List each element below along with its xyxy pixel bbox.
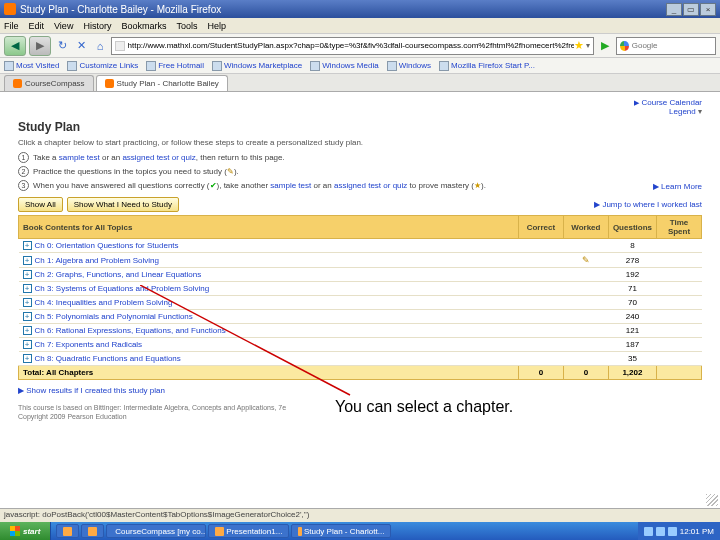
tab-studyplan[interactable]: Study Plan - Charlotte Bailey [96, 75, 228, 91]
chapter-link[interactable]: Ch 5: Polynomials and Polynomial Functio… [35, 312, 193, 321]
go-button[interactable]: ▶ [597, 38, 613, 54]
link-jump-last[interactable]: Jump to where I worked last [602, 200, 702, 209]
bm-most-visited[interactable]: Most Visited [4, 61, 59, 71]
menu-edit[interactable]: Edit [29, 21, 45, 31]
col-worked: Worked [563, 216, 608, 239]
link-learn-more[interactable]: Learn More [661, 182, 702, 191]
show-need-button[interactable]: Show What I Need to Study [67, 197, 179, 212]
menu-history[interactable]: History [83, 21, 111, 31]
tray-icon[interactable] [656, 527, 665, 536]
forward-button[interactable]: ▶ [29, 36, 51, 56]
bookmark-star-icon[interactable]: ★ [574, 39, 584, 52]
cell-worked [563, 324, 608, 338]
cell-worked [563, 282, 608, 296]
cell-worked [563, 296, 608, 310]
step-number-2: 2 [18, 166, 29, 177]
expand-icon[interactable]: + [23, 326, 32, 335]
chapter-link[interactable]: Ch 0: Orientation Questions for Students [35, 241, 179, 250]
intro-text: Click a chapter below to start practicin… [18, 138, 702, 147]
bookmarks-toolbar: Most Visited Customize Links Free Hotmai… [0, 58, 720, 74]
tray-icon[interactable] [668, 527, 677, 536]
expand-icon[interactable]: + [23, 312, 32, 321]
windows-logo-icon [10, 526, 20, 536]
chapter-link[interactable]: Ch 6: Rational Expressions, Equations, a… [35, 326, 226, 335]
maximize-button[interactable]: ▭ [683, 3, 699, 16]
bm-customize[interactable]: Customize Links [67, 61, 138, 71]
menu-bookmarks[interactable]: Bookmarks [121, 21, 166, 31]
tab-coursecompass[interactable]: CourseCompass [4, 75, 94, 91]
tab-icon [105, 79, 114, 88]
triangle-icon: ▶ [634, 99, 639, 106]
legend-dropdown-icon[interactable]: ▾ [698, 107, 702, 116]
menu-help[interactable]: Help [207, 21, 226, 31]
stop-button[interactable]: ✕ [73, 38, 89, 54]
task-coursecompass[interactable]: CourseCompass [my co... [106, 524, 206, 538]
menu-bar: File Edit View History Bookmarks Tools H… [0, 18, 720, 34]
link-show-results[interactable]: Show results if I created this study pla… [26, 386, 165, 395]
start-button[interactable]: start [0, 522, 51, 540]
chapter-link[interactable]: Ch 2: Graphs, Functions, and Linear Equa… [35, 270, 202, 279]
cell-questions: 192 [608, 268, 656, 282]
tray-icon[interactable] [644, 527, 653, 536]
resize-grip[interactable] [706, 494, 718, 506]
expand-icon[interactable]: + [23, 256, 32, 265]
expand-icon[interactable]: + [23, 270, 32, 279]
app-icon [63, 527, 72, 536]
bm-windows[interactable]: Windows [387, 61, 431, 71]
chapter-link[interactable]: Ch 4: Inequalities and Problem Solving [35, 298, 173, 307]
quicklaunch-item[interactable] [81, 524, 104, 538]
task-studyplan[interactable]: Study Plan - Charlott... [291, 524, 391, 538]
chapter-row: +Ch 6: Rational Expressions, Equations, … [19, 324, 702, 338]
expand-icon[interactable]: + [23, 241, 32, 250]
page-icon [387, 61, 397, 71]
back-button[interactable]: ◀ [4, 36, 26, 56]
bm-marketplace[interactable]: Windows Marketplace [212, 61, 302, 71]
expand-icon[interactable]: + [23, 340, 32, 349]
url-dropdown-icon[interactable]: ▾ [586, 41, 590, 50]
chapter-link[interactable]: Ch 1: Algebra and Problem Solving [35, 256, 160, 265]
link-assigned-test-2[interactable]: assigned test or quiz [334, 181, 407, 190]
link-course-calendar[interactable]: Course Calendar [642, 98, 702, 107]
show-all-button[interactable]: Show All [18, 197, 63, 212]
link-sample-test[interactable]: sample test [59, 153, 100, 162]
search-box[interactable] [616, 37, 716, 55]
task-presentation[interactable]: Presentation1... [208, 524, 289, 538]
cell-questions: 70 [608, 296, 656, 310]
steps-list: 1 Take a sample test or an assigned test… [18, 152, 702, 191]
expand-icon[interactable]: + [23, 284, 32, 293]
address-bar[interactable]: ★ ▾ [111, 37, 594, 55]
menu-view[interactable]: View [54, 21, 73, 31]
link-sample-test-2[interactable]: sample test [270, 181, 311, 190]
page-icon [439, 61, 449, 71]
chapter-link[interactable]: Ch 8: Quadratic Functions and Equations [35, 354, 181, 363]
status-bar: javascript: doPostBack('ctl00$MasterCont… [0, 508, 720, 522]
cell-correct [518, 310, 563, 324]
chapter-row: +Ch 1: Algebra and Problem Solving✎278 [19, 253, 702, 268]
menu-tools[interactable]: Tools [176, 21, 197, 31]
cell-questions: 240 [608, 310, 656, 324]
bm-firefox-start[interactable]: Mozilla Firefox Start P... [439, 61, 535, 71]
chapter-link[interactable]: Ch 3: Systems of Equations and Problem S… [35, 284, 210, 293]
chapter-link[interactable]: Ch 7: Exponents and Radicals [35, 340, 143, 349]
expand-icon[interactable]: + [23, 354, 32, 363]
cell-worked [563, 239, 608, 253]
close-button[interactable]: × [700, 3, 716, 16]
window-title: Study Plan - Charlotte Bailey - Mozilla … [20, 4, 666, 15]
quicklaunch-item[interactable] [56, 524, 79, 538]
url-input[interactable] [128, 41, 574, 50]
link-legend[interactable]: Legend [669, 107, 696, 116]
search-input[interactable] [632, 41, 712, 50]
link-assigned-test[interactable]: assigned test or quiz [122, 153, 195, 162]
minimize-button[interactable]: _ [666, 3, 682, 16]
system-tray[interactable]: 12:01 PM [638, 522, 720, 540]
cell-correct [518, 338, 563, 352]
bm-hotmail[interactable]: Free Hotmail [146, 61, 204, 71]
home-button[interactable]: ⌂ [92, 38, 108, 54]
nav-toolbar: ◀ ▶ ↻ ✕ ⌂ ★ ▾ ▶ [0, 34, 720, 58]
cell-time [657, 338, 702, 352]
expand-icon[interactable]: + [23, 298, 32, 307]
reload-button[interactable]: ↻ [54, 38, 70, 54]
bm-media[interactable]: Windows Media [310, 61, 378, 71]
step-number-3: 3 [18, 180, 29, 191]
menu-file[interactable]: File [4, 21, 19, 31]
